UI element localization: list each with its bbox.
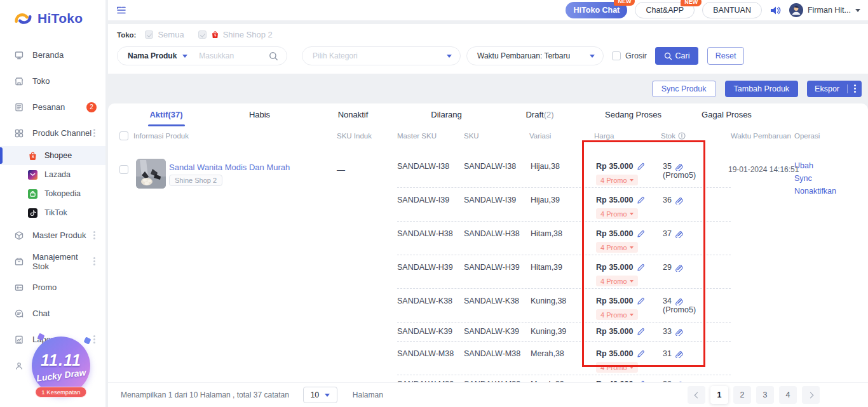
page-button-3[interactable]: 3 [756, 386, 774, 404]
search-icon[interactable] [269, 51, 278, 61]
cari-button[interactable]: Cari [655, 47, 698, 65]
product-thumbnail[interactable] [136, 159, 166, 189]
promo-badge[interactable]: 4 Promo [596, 208, 638, 219]
sidebar-item-shopee[interactable]: Shopee [0, 146, 105, 165]
info-icon[interactable] [678, 132, 686, 140]
select-all-checkbox[interactable] [119, 131, 128, 140]
page-button-4[interactable]: 4 [779, 386, 797, 404]
stock-link-icon[interactable] [675, 163, 684, 171]
page-button-1[interactable]: 1 [710, 386, 728, 404]
edit-price-icon[interactable] [637, 196, 645, 204]
edit-price-icon[interactable] [637, 297, 645, 305]
product-name-link[interactable]: Sandal Wanita Modis Dan Murah [169, 163, 290, 172]
tab-draft[interactable]: Draft(2) [493, 103, 587, 127]
tab-nonaktif[interactable]: Nonaktif [306, 103, 400, 127]
edit-price-icon[interactable] [637, 328, 645, 336]
toko-option-semua[interactable]: Semua [158, 30, 184, 39]
grosir-label: Grosir [625, 51, 647, 60]
chat-app-button[interactable]: Chat&APP NEW [635, 2, 695, 18]
sidebar-item-tokopedia[interactable]: Tokopedia [0, 184, 105, 203]
chevron-down-icon [630, 314, 634, 316]
sidebar-item-label: Beranda [32, 50, 64, 60]
stock-link-icon[interactable] [675, 264, 684, 272]
search-type-select[interactable]: Nama Produk [128, 51, 177, 60]
promo-badge[interactable]: 4 Promo [596, 175, 638, 185]
variant-row: SANDALW-I38 SANDALW-I38 Hijau,38 Rp 35.0… [397, 146, 731, 188]
sidebar-item-label: Produk Channel [32, 128, 92, 138]
promo-label: 4 Promo [600, 311, 627, 319]
sidebar-item-manajement-stok[interactable]: Manajement Stok [0, 248, 105, 274]
collapse-menu-icon[interactable] [116, 5, 127, 15]
toko-option-shine-shop[interactable]: Shine Shop 2 [223, 30, 273, 39]
more-dots-icon[interactable] [93, 260, 95, 262]
grosir-checkbox[interactable] [612, 51, 621, 60]
hitoko-chat-button[interactable]: HiToko Chat NEW [566, 2, 627, 18]
more-dots-icon[interactable] [93, 234, 95, 236]
user-menu[interactable]: Firman Hit... [789, 3, 860, 17]
category-select[interactable]: Pilih Kategori [302, 46, 461, 65]
sidebar-item-toko[interactable]: Toko [0, 68, 105, 94]
sku-cell: SANDALW-K38 [464, 297, 531, 322]
lucky-draw-widget[interactable]: 11.11 Lucky Draw 1 Kesempatan [32, 337, 93, 397]
lucky-draw-chance-badge: 1 Kesempatan [35, 387, 86, 397]
tab-habis[interactable]: Habis [213, 103, 306, 127]
sync-link[interactable]: Sync [794, 174, 836, 183]
tab-aktif[interactable]: Aktif(37) [119, 103, 213, 127]
stok-value: 36 [663, 196, 672, 204]
next-page-button[interactable] [802, 386, 820, 404]
sidebar-item-master-produk[interactable]: Master Produk [0, 222, 105, 248]
harga-cell: Rp 35.000 4 Promo [596, 349, 663, 375]
tambah-produk-button[interactable]: Tambah Produk [725, 81, 799, 97]
sidebar-item-beranda[interactable]: Beranda [0, 42, 105, 68]
sidebar-item-pesanan[interactable]: Pesanan 2 [0, 94, 105, 120]
page-size-select[interactable]: 10 [303, 387, 337, 403]
sidebar-item-chat[interactable]: Chat [0, 300, 105, 326]
ekspor-more-button[interactable] [848, 88, 862, 90]
variasi-cell: Hitam,39 [531, 263, 596, 288]
sort-select[interactable]: Waktu Pembaruan: Terbaru [466, 46, 604, 65]
stock-link-icon[interactable] [675, 350, 684, 358]
promo-badge[interactable]: 4 Promo [596, 242, 638, 253]
ekspor-button[interactable]: Ekspor [807, 81, 862, 97]
prev-page-button[interactable] [688, 386, 705, 404]
stock-link-icon[interactable] [675, 230, 684, 238]
sidebar-item-promo[interactable]: Promo [0, 274, 105, 300]
shine-shop-checkbox[interactable] [198, 30, 207, 39]
tab-dilarang[interactable]: Dilarang [400, 103, 493, 127]
bantuan-button[interactable]: BANTUAN [702, 2, 762, 18]
reset-button[interactable]: Reset [707, 47, 744, 65]
edit-price-icon[interactable] [637, 264, 645, 272]
tab-sedang-proses[interactable]: Sedang Proses [587, 103, 680, 127]
edit-price-icon[interactable] [637, 350, 645, 358]
price-value: Rp 35.000 [596, 229, 633, 238]
tab-gagal-proses[interactable]: Gagal Proses [680, 103, 773, 127]
col-master-sku: Master SKU [397, 132, 437, 140]
sidebar-item-lazada[interactable]: Lazada [0, 165, 105, 184]
grosir-filter[interactable]: Grosir [612, 51, 647, 60]
speaker-icon[interactable] [770, 5, 782, 16]
nonaktifkan-link[interactable]: Nonaktifkan [794, 187, 836, 196]
more-dots-icon[interactable] [93, 132, 95, 134]
stock-link-icon[interactable] [675, 297, 684, 305]
row-checkbox[interactable] [119, 165, 128, 174]
promo-badge[interactable]: 4 Promo [596, 362, 638, 373]
page-button-2[interactable]: 2 [733, 386, 751, 404]
promo-badge[interactable]: 4 Promo [596, 309, 638, 320]
stock-link-icon[interactable] [675, 196, 684, 204]
lucky-draw-subtitle: Lucky Draw [36, 367, 86, 383]
sidebar-item-tiktok[interactable]: TikTok [0, 203, 105, 222]
stock-link-icon[interactable] [675, 328, 684, 336]
sync-produk-button[interactable]: Sync Produk [652, 81, 716, 97]
semua-checkbox[interactable] [145, 30, 153, 39]
product-search-input[interactable]: Nama Produk Masukkan [117, 46, 287, 65]
sidebar-item-produk-channel[interactable]: Produk Channel [0, 120, 105, 146]
promo-badge[interactable]: 4 Promo [596, 276, 638, 286]
lucky-draw-badge[interactable]: 11.11 Lucky Draw 1 Kesempatan [32, 337, 90, 395]
edit-price-icon[interactable] [637, 163, 645, 171]
ubah-link[interactable]: Ubah [794, 161, 836, 170]
sku-cell: SANDALW-H38 [464, 229, 531, 255]
variant-row: SANDALW-M38 SANDALW-M38 Merah,38 Rp 35.0… [397, 342, 731, 375]
edit-price-icon[interactable] [637, 230, 645, 238]
variasi-cell: Hitam,38 [531, 229, 596, 255]
more-dots-icon[interactable] [93, 338, 95, 340]
